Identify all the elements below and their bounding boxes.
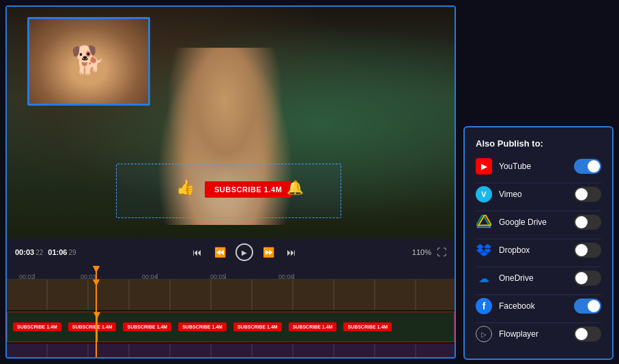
sub-chip-1: SUBSCRIBE 1.4M	[13, 322, 61, 331]
onedrive-label: OneDrive	[499, 273, 567, 283]
facebook-icon: f	[476, 298, 492, 314]
flowplayer-label: Flowplayer	[499, 329, 567, 339]
publish-item-gdrive: Google Drive	[476, 214, 601, 230]
vimeo-toggle-knob	[575, 188, 588, 200]
subscribe-chips: SUBSCRIBE 1.4M SUBSCRIBE 1.4M SUBSCRIBE …	[8, 312, 454, 342]
facebook-toggle[interactable]	[574, 299, 601, 314]
current-time: 00:03	[15, 248, 34, 256]
subscribe-track[interactable]: SUBSCRIBE 1.4M SUBSCRIBE 1.4M SUBSCRIBE …	[7, 312, 455, 342]
preview-area: 👍 SUBSCRIBE 1.4M 🔔	[7, 7, 455, 239]
publish-item-facebook: f Facebook	[476, 298, 601, 314]
skip-back-button[interactable]: ⏮	[190, 245, 205, 259]
vimeo-label: Vimeo	[499, 189, 567, 199]
youtube-label: YouTube	[499, 162, 567, 171]
timeline-ruler: 00:02 00:03 00:04 00:05 00:06	[7, 266, 455, 279]
sub-chip-5: SUBSCRIBE 1.4M	[233, 322, 282, 331]
flowplayer-icon: ▷	[476, 326, 492, 342]
youtube-toggle[interactable]	[574, 159, 601, 174]
playback-controls: ⏮ ⏪ ▶ ⏩ ⏭	[82, 243, 407, 261]
sub-chip-7: SUBSCRIBE 1.4M	[343, 322, 392, 331]
facebook-label: Facebook	[499, 301, 567, 311]
gdrive-icon	[476, 214, 492, 230]
youtube-toggle-knob	[588, 160, 600, 172]
youtube-icon: ▶	[476, 158, 492, 175]
flowplayer-toggle[interactable]	[574, 327, 601, 342]
forward-button[interactable]: ⏩	[260, 245, 277, 259]
fullscreen-button[interactable]: ⛶	[437, 247, 446, 258]
divider-1	[476, 183, 601, 183]
vimeo-toggle[interactable]	[574, 187, 601, 202]
total-frames: 29	[68, 249, 76, 256]
dropbox-toggle-knob	[575, 244, 588, 256]
like-icon: 👍	[176, 179, 195, 196]
total-time: 01:06	[48, 248, 67, 256]
sub-chip-2: SUBSCRIBE 1.4M	[68, 322, 117, 331]
facebook-toggle-knob	[588, 300, 600, 312]
play-button[interactable]: ▶	[235, 243, 253, 261]
flowplayer-toggle-knob	[575, 328, 588, 340]
divider-4	[476, 267, 601, 267]
publish-panel: Also Publish to: ▶ YouTube V Vimeo Googl…	[463, 126, 614, 360]
gdrive-toggle[interactable]	[574, 215, 601, 230]
divider-6	[476, 322, 601, 323]
rewind-button[interactable]: ⏪	[212, 245, 229, 259]
divider-5	[476, 294, 601, 295]
publish-item-youtube: ▶ YouTube	[476, 158, 601, 175]
gdrive-toggle-knob	[575, 216, 588, 228]
sub-chip-4: SUBSCRIBE 1.4M	[178, 322, 227, 331]
publish-item-onedrive: ☁ OneDrive	[476, 270, 601, 286]
sub-chip-3: SUBSCRIBE 1.4M	[123, 322, 171, 331]
bell-icon: 🔔	[287, 179, 304, 196]
onedrive-toggle-knob	[575, 272, 588, 284]
skip-forward-button[interactable]: ⏭	[284, 245, 299, 259]
video-track-top[interactable]	[7, 279, 455, 310]
timeline-area[interactable]: 00:02 00:03 00:04 00:05 00:06 SUBSCRIBE …	[7, 266, 455, 357]
sub-chip-6: SUBSCRIBE 1.4M	[289, 322, 337, 331]
onedrive-toggle[interactable]	[574, 271, 601, 286]
publish-item-dropbox: Dropbox	[476, 242, 601, 258]
dropbox-label: Dropbox	[499, 245, 567, 255]
pip-dog-content	[29, 19, 148, 104]
pip-thumbnail[interactable]	[27, 17, 150, 106]
editor-panel: 👍 SUBSCRIBE 1.4M 🔔 00:03 22 01:06 29 ⏮ ⏪…	[5, 5, 456, 359]
publish-item-flowplayer: ▷ Flowplayer	[476, 326, 601, 342]
dropbox-icon	[476, 242, 492, 258]
zoom-level: 110%	[412, 248, 431, 256]
playhead-lower	[96, 266, 97, 357]
video-track-lower[interactable]	[7, 344, 455, 357]
time-display: 00:03 22 01:06 29	[15, 248, 76, 256]
subscribe-button-preview[interactable]: SUBSCRIBE 1.4M	[205, 181, 291, 198]
divider-2	[476, 211, 601, 211]
gdrive-label: Google Drive	[499, 217, 567, 227]
current-frames: 22	[35, 249, 43, 256]
main-container: 👍 SUBSCRIBE 1.4M 🔔 00:03 22 01:06 29 ⏮ ⏪…	[0, 0, 619, 364]
dropbox-toggle[interactable]	[574, 243, 601, 258]
publish-title: Also Publish to:	[476, 138, 601, 149]
onedrive-icon: ☁	[476, 270, 492, 286]
divider-3	[476, 239, 601, 239]
controls-bar: 00:03 22 01:06 29 ⏮ ⏪ ▶ ⏩ ⏭ 110% ⛶	[7, 239, 455, 266]
vimeo-icon: V	[476, 186, 492, 202]
publish-item-vimeo: V Vimeo	[476, 186, 601, 202]
